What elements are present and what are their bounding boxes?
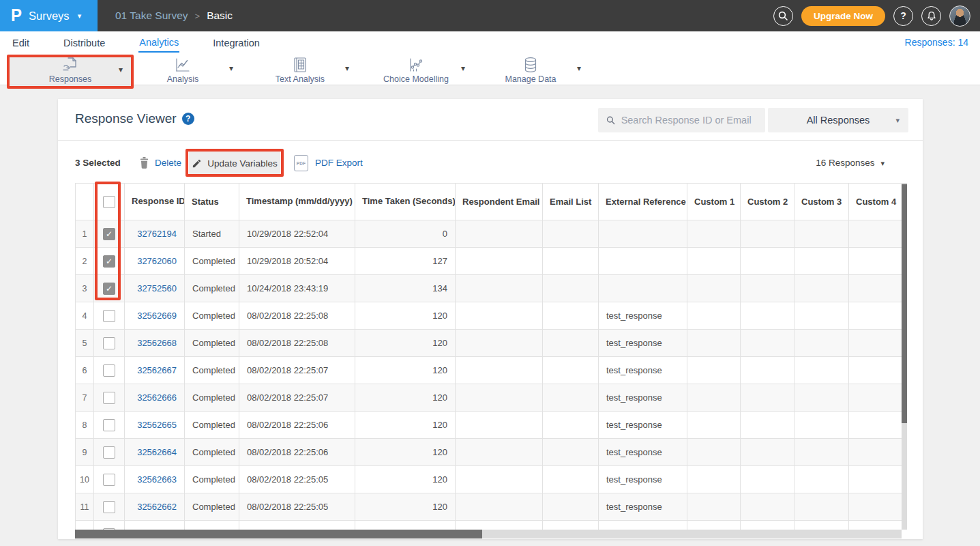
cell-custom3 — [795, 439, 849, 466]
row-checkbox[interactable] — [103, 337, 115, 349]
cell-external_reference: test_response — [599, 466, 687, 493]
search-icon[interactable] — [773, 6, 793, 26]
header-cell-respondent_email: Respondent Email — [456, 184, 543, 220]
delete-button[interactable]: Delete — [155, 149, 181, 177]
surveys-menu[interactable]: P Surveys ▾ — [0, 0, 98, 31]
cell-email_list — [543, 521, 599, 530]
header-cell-time_taken[interactable]: Time Taken (Seconds) — [355, 184, 456, 220]
breadcrumb-survey-name[interactable]: 01 Take Survey — [115, 10, 188, 22]
row-checkbox[interactable] — [103, 392, 115, 404]
response-id-link[interactable]: 32562669 — [137, 311, 177, 321]
cell-custom1 — [687, 466, 741, 493]
manage-data-dropdown-caret-icon[interactable]: ▾ — [577, 63, 581, 73]
row-checkbox[interactable] — [103, 419, 115, 431]
chevron-down-icon: ▾ — [880, 149, 885, 177]
trash-icon[interactable] — [138, 156, 150, 172]
table-row: 3✓32752560Completed10/24/2018 23:43:1913… — [76, 275, 902, 302]
cell-respondent_email — [456, 439, 543, 466]
toolbar-text-analysis-label: Text Analysis — [276, 74, 325, 84]
help-icon[interactable]: ? — [893, 6, 913, 26]
cell-custom4 — [849, 220, 902, 248]
tab-edit[interactable]: Edit — [12, 33, 30, 52]
cell-timestamp: 10/24/2018 23:43:19 — [239, 275, 355, 302]
row-checkbox[interactable] — [103, 446, 115, 459]
analysis-dropdown-caret-icon[interactable]: ▾ — [229, 63, 233, 73]
cell-custom2 — [741, 384, 795, 412]
cell-num: 11 — [76, 493, 94, 521]
notifications-bell-icon[interactable] — [921, 6, 941, 26]
cell-num: 12 — [76, 521, 94, 530]
surveys-menu-label: Surveys — [29, 10, 70, 23]
cell-timestamp: 08/02/2018 22:25:08 — [239, 302, 355, 330]
cell-status: Completed — [185, 412, 239, 439]
cell-status: Completed — [185, 493, 239, 521]
response-id-link[interactable]: 32562662 — [137, 502, 177, 512]
response-id-link[interactable]: 32752560 — [137, 283, 177, 293]
cell-num: 10 — [76, 466, 94, 493]
cell-response_id: 32562666 — [125, 384, 185, 412]
toolbar-manage-data-button[interactable]: Manage Data — [493, 55, 568, 85]
response-id-link[interactable]: 32562665 — [137, 420, 177, 430]
row-checkbox[interactable] — [103, 310, 115, 322]
user-avatar[interactable] — [949, 5, 970, 27]
cell-external_reference — [599, 248, 687, 275]
pdf-export-button[interactable]: PDF Export — [315, 149, 363, 177]
response-id-link[interactable]: 32562667 — [137, 365, 177, 375]
cell-num: 9 — [76, 439, 94, 466]
cell-time_taken: 134 — [355, 275, 456, 302]
cell-custom4 — [849, 330, 902, 357]
upgrade-now-button[interactable]: Upgrade Now — [801, 6, 885, 26]
response-id-link[interactable]: 32762194 — [137, 229, 177, 239]
cell-check — [94, 302, 125, 330]
search-input[interactable] — [621, 115, 757, 126]
response-id-link[interactable]: 32562668 — [137, 338, 177, 348]
row-checkbox[interactable] — [103, 364, 115, 377]
cell-response_id: 32562661 — [125, 521, 185, 530]
response-id-link[interactable]: 32762060 — [137, 256, 177, 266]
annotation-box-responses — [7, 55, 134, 89]
header-label: Custom 4 — [856, 197, 896, 207]
header-cell-timestamp[interactable]: Timestamp (mm/dd/yyyy) — [239, 184, 355, 220]
text-analysis-dropdown-caret-icon[interactable]: ▾ — [345, 63, 349, 73]
cell-custom1 — [687, 275, 741, 302]
tab-analytics[interactable]: Analytics — [138, 33, 179, 53]
response-id-link[interactable]: 32562666 — [137, 392, 177, 403]
header-cell-custom4: Custom 4 — [849, 184, 902, 220]
choice-modelling-dropdown-caret-icon[interactable]: ▾ — [461, 63, 465, 73]
header-label: Status — [192, 197, 219, 207]
responses-table-wrapper: Response IDStatusTimestamp (mm/dd/yyyy)T… — [75, 183, 902, 530]
analytics-toolbar: Responses ▾ Analysis ▾ Text Analysis ▾ C… — [0, 53, 980, 85]
cell-custom2 — [741, 275, 795, 302]
scrollbar-corner — [902, 530, 907, 538]
header-label: Custom 1 — [694, 197, 734, 207]
cell-respondent_email — [456, 466, 543, 493]
cell-custom1 — [687, 384, 741, 412]
toolbar-analysis-button[interactable]: Analysis — [145, 55, 220, 85]
cell-check — [94, 357, 125, 384]
title-help-icon[interactable]: ? — [182, 113, 194, 125]
cell-custom3 — [795, 248, 849, 275]
responses-page-size-dropdown[interactable]: 16 Responses ▾ — [816, 149, 885, 177]
tab-integration[interactable]: Integration — [212, 33, 261, 52]
text-analysis-icon — [291, 56, 309, 74]
cell-custom1 — [687, 439, 741, 466]
row-checkbox[interactable] — [103, 501, 115, 513]
cell-email_list — [543, 275, 599, 302]
cell-custom1 — [687, 493, 741, 521]
annotation-box-checkbox-column — [95, 182, 121, 300]
response-id-link[interactable]: 32562663 — [137, 474, 177, 485]
header-cell-response_id[interactable]: Response ID — [125, 184, 185, 220]
toolbar-choice-modelling-button[interactable]: Choice Modelling — [376, 55, 456, 85]
cell-respondent_email — [456, 248, 543, 275]
cell-check — [94, 466, 125, 493]
response-filter-dropdown[interactable]: All Responses ▾ — [768, 108, 908, 132]
toolbar-text-analysis-button[interactable]: Text Analysis — [263, 55, 338, 85]
vertical-scrollbar-thumb[interactable] — [902, 184, 907, 423]
response-id-link[interactable]: 32562664 — [137, 447, 177, 457]
cell-external_reference: test_response — [599, 493, 687, 521]
row-checkbox[interactable] — [103, 474, 115, 486]
cell-response_id: 32562669 — [125, 302, 185, 330]
tab-distribute[interactable]: Distribute — [63, 33, 106, 52]
horizontal-scrollbar-thumb[interactable] — [75, 530, 482, 538]
chevron-down-icon: ▾ — [78, 12, 82, 20]
